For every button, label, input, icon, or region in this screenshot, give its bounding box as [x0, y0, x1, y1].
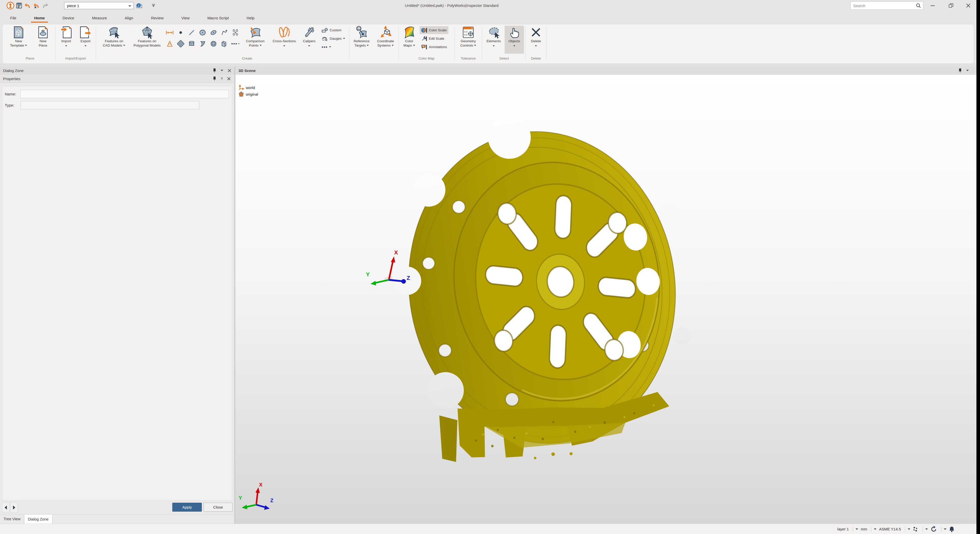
tab-dialog-zone[interactable]: Dialog Zone	[24, 515, 52, 524]
coordinate-systems-button[interactable]: Coordinate Systems	[373, 26, 398, 48]
circle-tool-icon[interactable]	[197, 27, 208, 38]
new-piece-button[interactable]: New Piece	[32, 26, 54, 48]
restore-button[interactable]	[945, 0, 957, 11]
cad-surface-cursor-icon	[107, 26, 121, 39]
redo-icon[interactable]	[41, 1, 49, 10]
tab-tree-view[interactable]: Tree View	[0, 515, 24, 523]
save-icon[interactable]	[15, 1, 24, 10]
menu-file[interactable]: File	[6, 12, 21, 23]
axis-x-label: X	[259, 482, 262, 488]
close-icon[interactable]	[228, 69, 231, 72]
new-piece-label2: Piece	[39, 43, 47, 48]
layer-selector[interactable]: layer 1	[837, 527, 858, 532]
standard-selector[interactable]: ASME Y14.5	[879, 527, 910, 532]
scanned-part-model[interactable]: X Y Z X Y Z	[235, 75, 977, 524]
select-objects-button[interactable]: Objects	[504, 26, 524, 54]
menu-macro-script[interactable]: Macro Script	[203, 12, 233, 23]
cone-tool-icon[interactable]	[197, 38, 208, 49]
cylinder-tool-icon[interactable]	[186, 38, 197, 49]
menu-review[interactable]: Review	[146, 12, 168, 23]
import-button[interactable]: Import	[57, 26, 76, 46]
pin-icon[interactable]	[959, 68, 962, 73]
digital-readouts-control[interactable]	[913, 526, 928, 532]
group-label-create: Create	[98, 55, 396, 61]
select-elements-button[interactable]: Elements	[484, 26, 504, 46]
features-on-cad-models-button[interactable]: Features on CAD Models	[98, 26, 130, 48]
panel-menu-icon[interactable]	[966, 70, 969, 71]
color-scale-button[interactable]: Color Scale	[420, 26, 449, 34]
piece-info-icon[interactable]: i	[135, 1, 143, 10]
menu-device[interactable]: Device	[58, 12, 79, 23]
dropdown-arrow-icon	[513, 45, 515, 46]
custom-gauge-button[interactable]: Custom	[320, 26, 347, 34]
geometry-controls-button[interactable]: 0.00.0 Geometry Controls	[456, 26, 481, 48]
coordinate-label1: Coordinate	[377, 39, 394, 43]
menu-home[interactable]: Home	[30, 12, 49, 23]
scene-viewport[interactable]: world original	[235, 75, 977, 524]
group-label-select: Select	[484, 55, 525, 61]
sync-control[interactable]	[931, 526, 947, 532]
nav-forward-button[interactable]	[10, 502, 18, 512]
type-field[interactable]	[21, 101, 199, 110]
surface-pair-tool-icon[interactable]	[219, 38, 230, 49]
window-background-strip	[0, 64, 980, 67]
apply-button[interactable]: Apply	[172, 503, 202, 512]
angle-tool-icon[interactable]	[164, 38, 175, 49]
undo-all-icon[interactable]	[32, 1, 41, 10]
polyline-tool-icon[interactable]	[219, 27, 230, 38]
distance-tool-icon[interactable]	[164, 27, 175, 38]
piece-selector[interactable]: piece 1	[64, 2, 134, 9]
more-gauges-button[interactable]	[320, 43, 347, 51]
features-on-polygonal-models-button[interactable]: Features on Polygonal Models	[131, 26, 163, 48]
close-icon[interactable]	[227, 77, 231, 80]
custom-gauge-icon	[321, 27, 328, 33]
units-selector[interactable]: mm	[861, 527, 877, 532]
delete-button[interactable]: Delete	[527, 26, 545, 46]
menu-help[interactable]: Help	[242, 12, 259, 23]
reference-targets-button[interactable]: A1 Reference Targets	[350, 26, 373, 48]
search-input[interactable]	[851, 3, 916, 8]
notifications-control[interactable]	[949, 526, 955, 532]
sphere-tool-icon[interactable]	[208, 38, 219, 49]
scene-header: 3D Scene	[235, 67, 977, 75]
edit-scale-button[interactable]: Edit Scale	[420, 35, 449, 43]
annotations-button[interactable]: Annotations	[420, 43, 449, 51]
pin-icon[interactable]	[213, 76, 216, 81]
customize-toolbar-icon[interactable]	[149, 1, 158, 10]
gauges-button[interactable]: Gauges	[320, 35, 347, 43]
reference-label2: Targets	[355, 43, 366, 48]
close-window-button[interactable]	[963, 0, 974, 11]
menu-measure[interactable]: Measure	[88, 12, 111, 23]
line-tool-icon[interactable]	[186, 27, 197, 38]
menu-view[interactable]: View	[177, 12, 194, 23]
undo-icon[interactable]	[24, 1, 32, 10]
new-template-button[interactable]: New Template	[6, 26, 31, 48]
export-button[interactable]: Export	[76, 26, 95, 46]
group-label-tolerance: Tolerance	[456, 55, 481, 61]
calipers-button[interactable]: Calipers	[299, 26, 319, 46]
chevron-down-icon	[944, 528, 947, 530]
app-logo-icon[interactable]	[6, 1, 15, 10]
comparison-points-button[interactable]: Comparison Points	[242, 26, 269, 48]
delete-label: Delete	[531, 39, 541, 43]
search-box[interactable]	[851, 2, 923, 10]
point-cloud-tool-icon[interactable]	[230, 27, 241, 38]
elements-label: Elements	[487, 39, 501, 43]
nav-back-button[interactable]	[2, 502, 10, 512]
panel-menu-icon[interactable]	[221, 70, 223, 71]
cross-sections-button[interactable]: Cross-Sections	[269, 26, 299, 46]
color-maps-button[interactable]: Color Maps	[400, 26, 418, 48]
name-field[interactable]	[21, 90, 229, 98]
more-tools-icon[interactable]	[230, 38, 241, 49]
export-label: Export	[80, 39, 90, 43]
point-tool-icon[interactable]	[175, 27, 186, 38]
ellipse-tool-icon[interactable]	[208, 27, 219, 38]
pin-icon[interactable]	[213, 68, 216, 73]
minimize-button[interactable]	[927, 0, 939, 11]
dropdown-arrow-icon	[283, 45, 285, 46]
plane-tool-icon[interactable]	[175, 38, 186, 49]
view-orientation-triad: X Y Z	[239, 482, 273, 510]
help-icon[interactable]: ?	[221, 76, 223, 81]
menu-align[interactable]: Align	[120, 12, 138, 23]
close-button[interactable]: Close	[204, 503, 232, 512]
